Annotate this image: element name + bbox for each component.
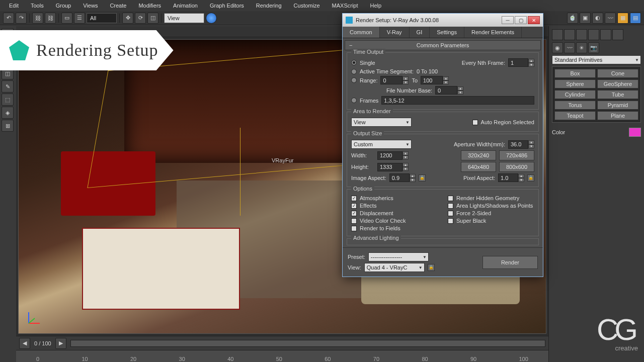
objtype-geosphere[interactable]: GeoSphere bbox=[597, 79, 638, 88]
area-select[interactable]: View bbox=[351, 118, 412, 127]
tab-settings[interactable]: Settings bbox=[430, 27, 464, 38]
chk-video-color-check[interactable] bbox=[351, 218, 357, 224]
frames-input[interactable] bbox=[381, 96, 534, 105]
shapes-cat-icon[interactable]: 〰 bbox=[564, 42, 575, 53]
radio-range[interactable] bbox=[351, 77, 357, 83]
chk-force-2sided[interactable] bbox=[448, 211, 453, 216]
move-icon[interactable]: ✥ bbox=[122, 13, 133, 24]
view-select[interactable]: Quad 4 - VRayC bbox=[364, 263, 425, 272]
tool-icon[interactable]: ◈ bbox=[2, 107, 14, 119]
tab-gi[interactable]: GI bbox=[410, 27, 430, 38]
menu-customize[interactable]: Customize bbox=[289, 1, 325, 10]
tool-icon[interactable]: ⬚ bbox=[2, 94, 14, 106]
time-ruler[interactable]: 0 10 20 30 40 50 60 70 80 90 100 bbox=[16, 350, 548, 362]
timeline-scrollbar[interactable] bbox=[70, 340, 545, 347]
timeline-prev-icon[interactable]: ◀ bbox=[19, 338, 30, 349]
render-button[interactable]: Render bbox=[482, 256, 538, 269]
file-number-base-input[interactable] bbox=[435, 86, 457, 95]
chk-displacement[interactable]: ✓ bbox=[351, 211, 357, 216]
preset-select[interactable]: ----------------- bbox=[368, 252, 429, 261]
chk-auto-region[interactable] bbox=[472, 120, 478, 125]
select-name-icon[interactable]: ☰ bbox=[74, 13, 85, 24]
tab-common[interactable]: Common bbox=[343, 27, 380, 38]
objtype-cylinder[interactable]: Cylinder bbox=[554, 90, 596, 99]
width-input[interactable] bbox=[377, 151, 403, 160]
modify-tab-icon[interactable] bbox=[564, 29, 575, 40]
object-category-dropdown[interactable]: Standard Primitives bbox=[552, 55, 641, 64]
scale-icon[interactable]: ◫ bbox=[147, 13, 158, 24]
tab-render-elements[interactable]: Render Elements bbox=[464, 27, 522, 38]
radio-frames[interactable] bbox=[351, 98, 357, 103]
close-button[interactable]: ✕ bbox=[528, 16, 540, 24]
objtype-sphere[interactable]: Sphere bbox=[554, 79, 596, 88]
minimize-button[interactable]: ─ bbox=[502, 16, 514, 24]
unlink-icon[interactable]: ⛓ bbox=[45, 13, 56, 24]
radio-single[interactable] bbox=[351, 60, 357, 65]
output-preset-select[interactable]: Custom bbox=[351, 140, 412, 149]
timeline-next-icon[interactable]: ▶ bbox=[55, 338, 66, 349]
curve-editor-icon[interactable]: 〰 bbox=[605, 13, 616, 24]
view-lock-icon[interactable]: 🔒 bbox=[428, 264, 435, 271]
menu-edit[interactable]: Edit bbox=[4, 1, 24, 10]
display-tab-icon[interactable] bbox=[600, 29, 611, 40]
render-frame-icon[interactable]: ▣ bbox=[580, 13, 591, 24]
image-aspect-input[interactable] bbox=[389, 173, 410, 182]
tab-vray[interactable]: V-Ray bbox=[380, 27, 410, 38]
range-from-input[interactable] bbox=[380, 76, 403, 84]
menu-views[interactable]: Views bbox=[78, 1, 103, 10]
radio-active-segment[interactable] bbox=[351, 69, 357, 74]
image-aspect-lock-icon[interactable]: 🔒 bbox=[419, 174, 426, 182]
menu-modifiers[interactable]: Modifiers bbox=[133, 1, 166, 10]
objtype-cone[interactable]: Cone bbox=[597, 69, 638, 78]
selection-filter-dropdown[interactable]: All bbox=[87, 13, 117, 23]
aperture-input[interactable] bbox=[508, 140, 528, 149]
objtype-tube[interactable]: Tube bbox=[597, 90, 638, 99]
chk-render-to-fields[interactable] bbox=[351, 226, 357, 231]
object-color-swatch[interactable] bbox=[629, 128, 641, 137]
redo-icon[interactable]: ↷ bbox=[16, 13, 27, 24]
height-input[interactable] bbox=[377, 163, 403, 171]
preset-640x480[interactable]: 640x480 bbox=[461, 162, 496, 172]
render-globe-icon[interactable] bbox=[206, 13, 217, 24]
menu-maxscript[interactable]: MAXScript bbox=[327, 1, 363, 10]
chk-super-black[interactable] bbox=[448, 218, 453, 224]
tool-icon[interactable]: ⊞ bbox=[2, 120, 14, 132]
mat-editor-icon[interactable]: ◐ bbox=[592, 13, 603, 24]
menu-group[interactable]: Group bbox=[51, 1, 76, 10]
menu-create[interactable]: Create bbox=[105, 1, 131, 10]
menu-help[interactable]: Help bbox=[365, 1, 387, 10]
menu-graph-editors[interactable]: Graph Editors bbox=[205, 1, 249, 10]
chk-atmospherics[interactable]: ✓ bbox=[351, 196, 357, 201]
preset-800x600[interactable]: 800x600 bbox=[499, 162, 534, 172]
tool-icon[interactable]: ✎ bbox=[2, 80, 14, 93]
geometry-cat-icon[interactable]: ◉ bbox=[552, 42, 563, 53]
objtype-pyramid[interactable]: Pyramid bbox=[597, 101, 638, 110]
chk-hidden-geometry[interactable] bbox=[448, 196, 453, 201]
preset-320x240[interactable]: 320x240 bbox=[461, 150, 496, 160]
maximize-button[interactable]: ▢ bbox=[515, 16, 527, 24]
objtype-plane[interactable]: Plane bbox=[597, 111, 638, 120]
hierarchy-tab-icon[interactable] bbox=[576, 29, 587, 40]
chk-effects[interactable]: ✓ bbox=[351, 203, 357, 209]
menu-animation[interactable]: Animation bbox=[168, 1, 203, 10]
objtype-torus[interactable]: Torus bbox=[554, 101, 596, 110]
objtype-box[interactable]: Box bbox=[554, 69, 596, 78]
pixel-aspect-lock-icon[interactable]: 🔒 bbox=[527, 174, 534, 182]
select-icon[interactable]: ▭ bbox=[61, 13, 72, 24]
render-setup-icon[interactable]: 🍵 bbox=[567, 13, 578, 24]
pixel-aspect-input[interactable] bbox=[498, 173, 518, 182]
undo-icon[interactable]: ↶ bbox=[3, 13, 14, 24]
create-tab-icon[interactable] bbox=[552, 29, 563, 40]
nth-frame-input[interactable] bbox=[508, 58, 528, 67]
rotate-icon[interactable]: ⟳ bbox=[135, 13, 146, 24]
utilities-tab-icon[interactable] bbox=[612, 29, 623, 40]
chk-area-lights[interactable] bbox=[448, 203, 453, 209]
schematic-icon[interactable]: ▦ bbox=[617, 13, 628, 24]
cameras-cat-icon[interactable]: 📷 bbox=[588, 42, 599, 53]
lights-cat-icon[interactable]: ☀ bbox=[576, 42, 587, 53]
objtype-teapot[interactable]: Teapot bbox=[554, 111, 596, 120]
preset-720x486[interactable]: 720x486 bbox=[499, 150, 534, 160]
ref-coord-dropdown[interactable]: View bbox=[164, 13, 204, 23]
menu-rendering[interactable]: Rendering bbox=[251, 1, 287, 10]
link-icon[interactable]: ⛓ bbox=[32, 13, 43, 24]
